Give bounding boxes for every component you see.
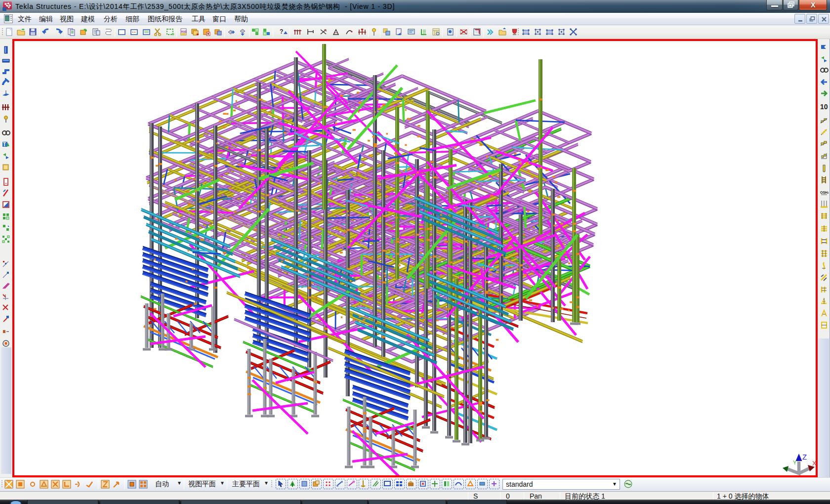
svg-text:OSHA: OSHA xyxy=(820,191,829,194)
svg-text:?: ? xyxy=(280,28,283,35)
svg-text:xyz: xyz xyxy=(181,30,187,34)
svg-text:Y: Y xyxy=(793,460,797,465)
svg-text:10: 10 xyxy=(820,103,828,111)
svg-text:Z: Z xyxy=(802,453,807,461)
svg-text:T: T xyxy=(3,142,6,147)
svg-text:X: X xyxy=(812,460,816,467)
